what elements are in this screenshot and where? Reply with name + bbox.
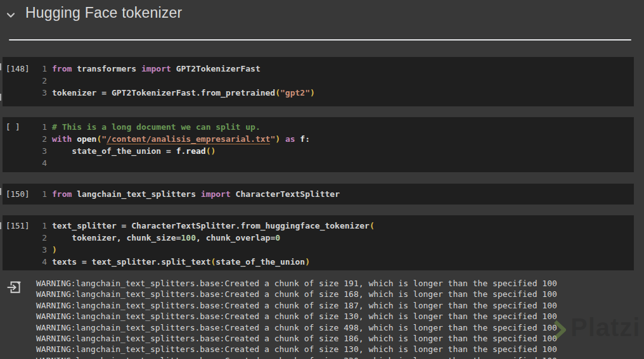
execution-count[interactable]: [148] [6, 64, 30, 73]
cell-output-icon[interactable] [6, 279, 23, 295]
code-line: 4texts = text_splitter.split_text(state_… [39, 256, 634, 268]
edge-mark [0, 222, 1, 229]
execution-count[interactable]: [150] [6, 189, 30, 199]
output-warnings: WARNING:langchain_text_splitters.base:Cr… [36, 278, 632, 359]
chevron-down-icon[interactable] [5, 9, 16, 21]
code-line: 2 [39, 75, 634, 87]
section-title: Hugging Face tokenizer [25, 4, 182, 22]
warning-line: WARNING:langchain_text_splitters.base:Cr… [36, 311, 632, 322]
code-line: 1text_splitter = CharacterTextSplitter.f… [39, 220, 634, 232]
edge-mark [0, 188, 1, 195]
line-number: 4 [39, 157, 47, 169]
code-line: 3tokenizer = GPT2TokenizerFast.from_pret… [39, 87, 634, 99]
line-number: 1 [39, 121, 47, 133]
code-token: "gpt2" [280, 88, 310, 98]
code-token: import [141, 64, 171, 73]
code-line: 1from langchain_text_splitters import Ch… [39, 188, 634, 200]
code-token: f [300, 134, 305, 144]
warning-line: WARNING:langchain_text_splitters.base:Cr… [36, 278, 632, 289]
code-editor[interactable]: 1text_splitter = CharacterTextSplitter.f… [39, 215, 634, 268]
code-token [72, 134, 77, 144]
code-token: transformers [72, 64, 141, 73]
code-token: 100 [181, 233, 196, 242]
warning-line: WARNING:langchain_text_splitters.base:Cr… [36, 289, 632, 299]
code-token: ( [275, 88, 280, 98]
code-token: " [101, 134, 106, 144]
warning-line: WARNING:langchain_text_splitters.base:Cr… [36, 355, 632, 359]
warning-line: WARNING:langchain_text_splitters.base:Cr… [36, 322, 632, 333]
code-token: texts = text_splitter.split_text [52, 257, 210, 267]
line-number: 4 [39, 256, 47, 268]
line-number: 2 [39, 232, 47, 244]
code-token: tokenizer = GPT2TokenizerFast.from_pretr… [52, 88, 275, 98]
code-token: GPT2TokenizerFast [171, 64, 261, 73]
code-token: import [201, 189, 231, 199]
line-number: 3 [39, 244, 47, 256]
code-editor[interactable]: 1from transformers import GPT2TokenizerF… [39, 57, 634, 99]
code-token: () [206, 146, 216, 156]
code-line: 1from transformers import GPT2TokenizerF… [39, 63, 634, 75]
code-token: ) [310, 88, 315, 98]
code-line: 4 [39, 157, 634, 169]
code-cell[interactable]: [ ]1# This is a long document we can spl… [3, 117, 634, 172]
warning-line: WARNING:langchain_text_splitters.base:Cr… [36, 344, 632, 355]
code-token: CharacterTextSplitter [231, 189, 340, 199]
warning-line: WARNING:langchain_text_splitters.base:Cr… [36, 333, 632, 344]
code-editor[interactable]: 1from langchain_text_splitters import Ch… [39, 184, 634, 200]
code-line: 3) [39, 244, 634, 256]
code-token: state_of_the_union [216, 257, 305, 267]
code-token: ) [52, 245, 57, 255]
code-token: open [77, 134, 96, 144]
line-number: 1 [39, 63, 47, 75]
edge-mark [0, 94, 1, 101]
execution-count[interactable]: [151] [6, 221, 30, 230]
code-line: 3 state_of_the_union = f.read() [39, 145, 634, 157]
code-token: state_of_the_union = [52, 146, 176, 156]
code-token: langchain_text_splitters [72, 189, 201, 199]
code-token: 0 [275, 233, 280, 242]
code-line: 2 tokenizer, chunk_size=100, chunk_overl… [39, 232, 634, 244]
code-line: 1# This is a long document we can split … [39, 121, 634, 133]
line-number: 2 [39, 133, 47, 145]
code-token: , chunk_overlap= [196, 233, 275, 242]
edge-mark [0, 63, 1, 70]
code-token: f [176, 146, 181, 156]
code-token: ) [275, 134, 280, 144]
line-number: 2 [39, 75, 47, 87]
code-token: ( [370, 221, 375, 230]
code-line: 2with open("/content/analisis_empresaria… [39, 133, 634, 145]
code-token: # This is a long document we can split u… [52, 122, 261, 132]
code-token: from [52, 64, 72, 73]
execution-count[interactable]: [ ] [6, 122, 20, 132]
code-token: ) [305, 257, 310, 267]
code-token: : [305, 134, 310, 144]
code-cell[interactable]: [151]1text_splitter = CharacterTextSplit… [3, 215, 634, 270]
section-divider [9, 39, 631, 41]
code-token: from [52, 189, 72, 199]
code-token: text_splitter = CharacterTextSplitter.fr… [52, 221, 370, 230]
code-token: as [285, 134, 295, 144]
code-editor[interactable]: 1# This is a long document we can split … [39, 117, 634, 169]
line-number: 3 [39, 87, 47, 99]
line-number: 1 [39, 220, 47, 232]
line-number: 3 [39, 145, 47, 157]
file-path-link[interactable]: /content/analisis_empresarial.txt [106, 134, 270, 144]
code-token [280, 134, 285, 144]
warning-line: WARNING:langchain_text_splitters.base:Cr… [36, 300, 632, 311]
code-token: with [52, 134, 72, 144]
code-cell[interactable]: [150]1from langchain_text_splitters impo… [3, 184, 634, 205]
code-cell[interactable]: [148]1from transformers import GPT2Token… [3, 57, 634, 106]
code-token: tokenizer, chunk_size= [52, 233, 181, 242]
code-token: read [186, 146, 205, 156]
line-number: 1 [39, 188, 47, 200]
